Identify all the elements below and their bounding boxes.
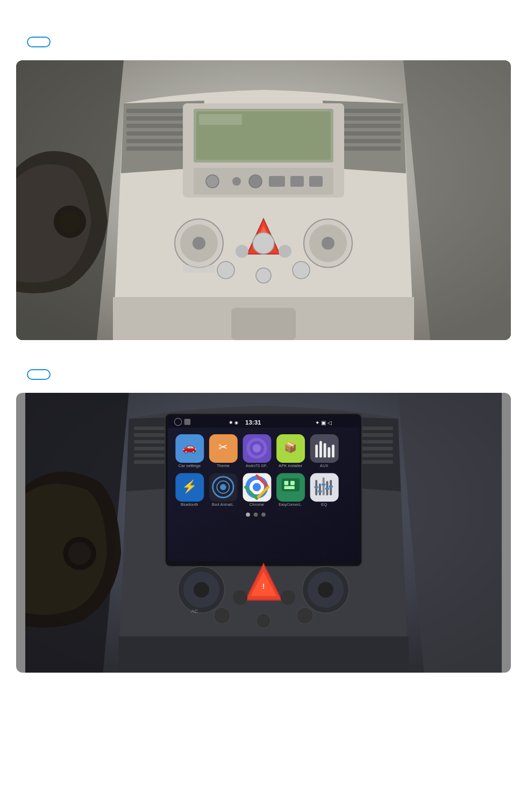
svg-point-31 bbox=[236, 245, 248, 258]
svg-rect-137 bbox=[118, 637, 408, 673]
svg-point-131 bbox=[214, 608, 231, 624]
after-installation-image: 13:31 ✦ ▣ ◁ ✱ ◉ 🚗 Car settings ✂ Theme A… bbox=[16, 393, 511, 673]
svg-point-20 bbox=[249, 175, 262, 188]
svg-point-73 bbox=[253, 444, 261, 452]
svg-point-40 bbox=[59, 211, 81, 232]
svg-point-36 bbox=[217, 262, 234, 279]
svg-rect-22 bbox=[290, 176, 304, 187]
svg-point-38 bbox=[293, 262, 310, 279]
svg-text:🚗: 🚗 bbox=[182, 440, 197, 454]
svg-point-26 bbox=[193, 237, 205, 250]
svg-text:✦ ▣ ◁: ✦ ▣ ◁ bbox=[315, 420, 331, 426]
svg-point-132 bbox=[257, 613, 271, 628]
svg-point-121 bbox=[194, 582, 209, 597]
svg-text:AC: AC bbox=[191, 608, 198, 614]
svg-text:APK installer: APK installer bbox=[279, 463, 302, 468]
svg-rect-100 bbox=[284, 481, 289, 485]
svg-point-35 bbox=[322, 237, 334, 250]
svg-rect-27 bbox=[183, 265, 215, 273]
svg-rect-80 bbox=[319, 441, 322, 458]
svg-point-127 bbox=[281, 590, 295, 605]
svg-point-96 bbox=[253, 483, 261, 491]
svg-rect-113 bbox=[325, 488, 330, 490]
svg-rect-21 bbox=[269, 176, 285, 187]
svg-rect-23 bbox=[309, 176, 323, 187]
svg-rect-106 bbox=[319, 484, 321, 496]
svg-rect-82 bbox=[327, 447, 330, 457]
svg-text:Bluetooth: Bluetooth bbox=[181, 502, 198, 507]
svg-point-136 bbox=[68, 542, 91, 564]
svg-point-116 bbox=[246, 512, 250, 517]
svg-rect-79 bbox=[315, 444, 318, 457]
svg-point-91 bbox=[220, 484, 226, 490]
svg-text:Car settings: Car settings bbox=[179, 463, 201, 468]
before-installation-image bbox=[16, 60, 511, 340]
svg-point-30 bbox=[253, 232, 274, 254]
svg-rect-107 bbox=[323, 477, 325, 496]
svg-text:Theme: Theme bbox=[217, 463, 230, 468]
svg-rect-60 bbox=[184, 419, 191, 425]
svg-text:Chrome: Chrome bbox=[250, 502, 264, 507]
svg-point-117 bbox=[254, 512, 258, 517]
svg-point-37 bbox=[256, 268, 271, 283]
svg-text:!: ! bbox=[262, 582, 265, 590]
svg-point-133 bbox=[297, 608, 314, 624]
svg-rect-83 bbox=[332, 444, 334, 457]
svg-text:AndroTS GP..: AndroTS GP.. bbox=[246, 464, 268, 468]
svg-rect-114 bbox=[329, 485, 333, 488]
after-installation-badge bbox=[27, 369, 51, 380]
svg-rect-16 bbox=[199, 114, 242, 125]
svg-rect-110 bbox=[314, 486, 318, 488]
before-installation-badge bbox=[27, 37, 51, 47]
svg-rect-102 bbox=[284, 486, 295, 489]
svg-text:EQ: EQ bbox=[321, 502, 327, 507]
svg-rect-112 bbox=[322, 484, 326, 486]
svg-text:📦: 📦 bbox=[284, 441, 297, 454]
svg-text:Boot Animati..: Boot Animati.. bbox=[212, 503, 234, 506]
svg-rect-101 bbox=[290, 481, 295, 485]
svg-text:AUX: AUX bbox=[320, 463, 329, 468]
svg-rect-111 bbox=[318, 490, 322, 492]
svg-point-130 bbox=[318, 582, 333, 597]
svg-text:EasyConnect..: EasyConnect.. bbox=[279, 503, 302, 507]
svg-point-126 bbox=[233, 590, 247, 605]
svg-point-18 bbox=[206, 175, 219, 188]
svg-text:✱ ◉: ✱ ◉ bbox=[229, 420, 238, 425]
svg-point-118 bbox=[261, 512, 266, 517]
svg-point-32 bbox=[279, 245, 291, 258]
svg-rect-81 bbox=[324, 443, 326, 457]
svg-text:13:31: 13:31 bbox=[245, 419, 261, 426]
svg-text:⚡: ⚡ bbox=[182, 479, 197, 494]
svg-text:✂: ✂ bbox=[218, 441, 228, 453]
svg-rect-42 bbox=[231, 308, 296, 340]
svg-point-19 bbox=[232, 177, 241, 186]
